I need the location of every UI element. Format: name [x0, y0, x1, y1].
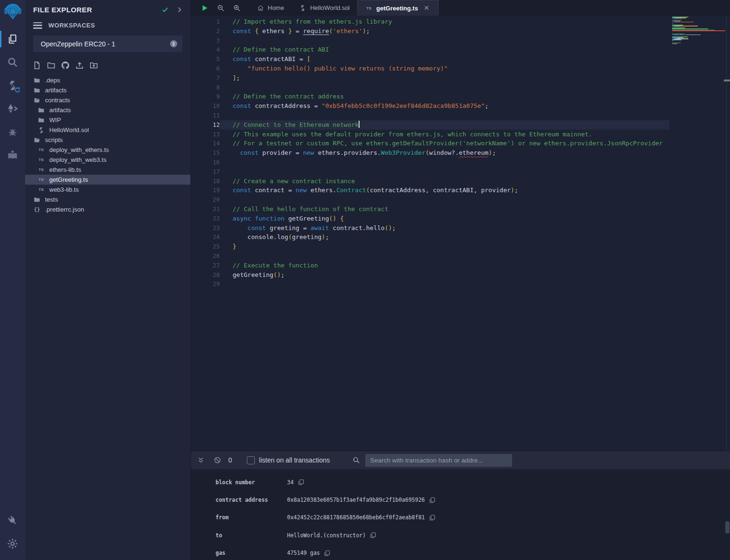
settings-icon[interactable]	[0, 532, 25, 555]
code-text[interactable]	[220, 251, 669, 261]
transaction-detail-row: from0x42452c22c88178685850e68beb6cf0f2ae…	[191, 509, 730, 526]
file-explorer-icon[interactable]	[0, 27, 25, 51]
tab-home[interactable]: Home	[249, 0, 292, 16]
tree-item-artifacts[interactable]: artifacts	[25, 105, 190, 115]
code-text[interactable]	[220, 158, 669, 167]
code-text[interactable]: const provider = new ethers.providers.We…	[220, 148, 669, 158]
zoom-in-icon[interactable]	[233, 4, 241, 12]
code-text[interactable]: }	[220, 242, 669, 251]
copy-icon[interactable]	[429, 515, 435, 521]
upload-file-icon[interactable]	[75, 61, 84, 70]
code-text[interactable]	[220, 195, 669, 204]
code-text[interactable]: const greeting = await contract.hello();	[220, 223, 669, 233]
tab-helloworld-sol[interactable]: HelloWorld.sol	[292, 0, 358, 16]
code-editor[interactable]: 1// Import ethers from the ethers.js lib…	[191, 16, 730, 451]
transaction-detail-row: gas475149 gas	[191, 544, 730, 560]
tree-item-label: contracts	[45, 97, 70, 104]
tree-item-scripts[interactable]: scripts	[25, 135, 190, 145]
copy-icon[interactable]	[298, 479, 304, 485]
code-text[interactable]: // Connect to the Ethereum network	[220, 120, 669, 130]
code-text[interactable]: // This example uses the default provide…	[220, 130, 669, 139]
code-text[interactable]: console.log(greeting);	[220, 232, 669, 242]
tab-getgreeting-ts[interactable]: TSgetGreeting.ts	[357, 0, 439, 16]
code-text[interactable]	[220, 167, 669, 177]
tree-item-label: WIP	[49, 116, 61, 124]
folder-icon	[37, 107, 45, 114]
remix-logo-icon[interactable]	[0, 0, 25, 24]
tree-item--prettierrc-json[interactable]: {}.prettierrc.json	[25, 204, 190, 214]
copy-icon[interactable]	[429, 497, 435, 503]
close-icon[interactable]	[424, 5, 431, 12]
tree-item-tests[interactable]: tests	[25, 195, 190, 204]
code-line: 20	[191, 195, 669, 204]
accept-check-icon[interactable]	[160, 5, 170, 14]
panel-title: FILE EXPLORER	[33, 6, 155, 14]
code-line: 16	[191, 158, 669, 167]
tree-item-artifacts[interactable]: artifacts	[25, 85, 190, 95]
tree-item-web3-lib-ts[interactable]: TSweb3-lib.ts	[25, 185, 190, 195]
copy-icon[interactable]	[370, 532, 376, 538]
clone-github-icon[interactable]	[61, 61, 70, 70]
terminal-search-input[interactable]	[365, 454, 512, 467]
collapse-chevron-icon[interactable]	[174, 5, 184, 14]
tree-item-getgreeting-ts[interactable]: TSgetGreeting.ts	[25, 175, 190, 185]
upload-folder-icon[interactable]	[89, 61, 98, 70]
deploy-and-run-icon[interactable]	[0, 97, 25, 120]
code-text[interactable]: // Import ethers from the ethers.js libr…	[220, 17, 669, 27]
code-text[interactable]: getGreeting();	[220, 270, 669, 280]
code-text[interactable]: const { ethers } = require('ethers');	[220, 27, 669, 36]
solidity-compiler-icon[interactable]	[0, 74, 25, 97]
workspaces-menu-icon[interactable]	[33, 22, 42, 29]
tree-item-deploy-with-web3-ts[interactable]: TSdeploy_with_web3.ts	[25, 155, 190, 165]
listen-transactions-checkbox[interactable]	[247, 456, 255, 464]
line-number: 24	[191, 232, 220, 242]
new-folder-icon[interactable]	[46, 61, 55, 70]
code-line: 11	[191, 111, 669, 120]
learneth-icon[interactable]	[0, 143, 25, 167]
detail-value: 0x8a120383e6057b1f3aef4fa9b89c2f1b0a6959…	[287, 497, 435, 503]
workspace-dropdown[interactable]: OpenZeppelin ERC20 - 1	[33, 36, 182, 52]
plugin-manager-icon[interactable]	[0, 509, 25, 532]
line-number: 23	[191, 223, 220, 233]
search-icon[interactable]	[0, 51, 25, 74]
code-text[interactable]	[220, 83, 669, 92]
code-text[interactable]: async function getGreeting() {	[220, 214, 669, 223]
zoom-out-icon[interactable]	[216, 4, 225, 12]
tree-item-wip[interactable]: WIP	[25, 115, 190, 125]
folder-icon	[33, 196, 41, 204]
icon-rail	[0, 0, 25, 560]
code-text[interactable]: // Execute the function	[220, 261, 669, 270]
code-text[interactable]: "function hello() public view returns (s…	[220, 64, 669, 73]
run-script-button[interactable]	[200, 4, 208, 12]
code-text[interactable]: // Define the contract ABI	[220, 45, 669, 54]
workspace-sort-icon	[170, 40, 178, 48]
tree-item-ethers-lib-ts[interactable]: TSethers-lib.ts	[25, 165, 190, 175]
code-text[interactable]: ];	[220, 73, 669, 83]
code-text[interactable]: // Define the contract address	[220, 92, 669, 101]
listen-transactions-label[interactable]: listen on all transactions	[259, 456, 330, 464]
code-text[interactable]: // For a testnet or custom RPC, use ethe…	[220, 139, 669, 148]
copy-icon[interactable]	[324, 550, 330, 556]
code-text[interactable]	[220, 111, 669, 120]
debugger-icon[interactable]	[0, 120, 25, 143]
terminal-scrollbar-thumb[interactable]	[725, 521, 730, 533]
clear-console-icon[interactable]	[213, 456, 222, 464]
code-text[interactable]: const contractAddress = "0xb54febb5c0c0f…	[220, 101, 669, 111]
code-text[interactable]: const contract = new ethers.Contract(con…	[220, 186, 669, 195]
minimap[interactable]	[672, 17, 725, 45]
code-text[interactable]: const contractABI = [	[220, 54, 669, 64]
code-text[interactable]	[220, 36, 669, 45]
folder-icon	[33, 77, 41, 84]
folder-icon	[33, 87, 41, 94]
expand-terminal-icon[interactable]	[197, 456, 205, 464]
line-number: 29	[191, 279, 220, 289]
tree-item-contracts[interactable]: contracts	[25, 95, 190, 105]
code-text[interactable]	[220, 279, 669, 289]
code-text[interactable]: // Create a new contract instance	[220, 177, 669, 186]
new-file-icon[interactable]	[32, 61, 41, 70]
code-text[interactable]: // Call the hello function of the contra…	[220, 204, 669, 214]
tree-item--deps[interactable]: .deps	[25, 75, 190, 85]
line-number: 12	[191, 120, 220, 130]
tree-item-deploy-with-ethers-ts[interactable]: TSdeploy_with_ethers.ts	[25, 145, 190, 155]
tree-item-helloworld-sol[interactable]: HelloWorld.sol	[25, 125, 190, 135]
